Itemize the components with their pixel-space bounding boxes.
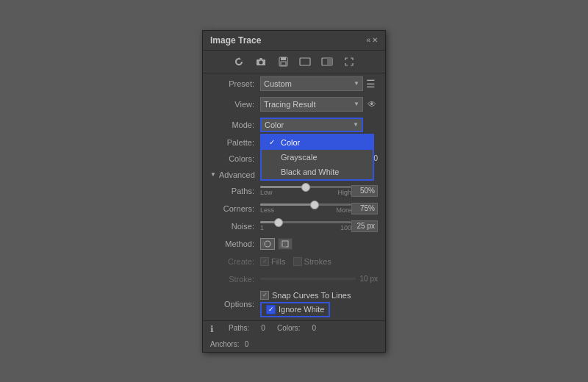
corners-row: Corners: Less More 75% [203,200,385,217]
mode-row: Mode: Color ▼ ✓ Color Grayscale Black an… [203,115,385,135]
preset-row: Preset: Custom ▼ ☰ [203,73,385,94]
status-colors-label: Colors: [277,324,301,334]
mode-arrow-icon: ▼ [353,121,359,128]
toolbar [203,51,385,73]
save-icon[interactable] [275,55,291,68]
mode-option-color[interactable]: ✓ Color [262,135,373,150]
status-paths-value: 0 [261,324,265,334]
corners-slider-row [260,203,351,206]
create-label: Create: [210,257,254,266]
paths-slider-container: Low High [260,186,351,196]
paths-value: 50% [351,185,378,197]
noise-control: 1 100 25 px [260,220,378,232]
strokes-checkbox-item: Strokes [293,257,331,266]
ignore-white-checkbox[interactable]: ✓ [266,305,276,314]
method-row: Method: [203,235,385,253]
mode-option-bw[interactable]: Black and White [262,165,373,179]
options-checkboxes: ✓ Snap Curves To Lines ✓ Ignore White [260,291,378,317]
view-select[interactable]: Tracing Result ▼ [260,97,363,112]
status-bar: ℹ Paths: 0 Colors: 0 [203,320,385,337]
panel-controls: « ✕ [366,36,378,44]
svg-rect-6 [300,58,310,65]
noise-thumb[interactable] [274,218,283,227]
paths-row: Paths: Low High 50% [203,182,385,200]
stroke-value: 10 px [260,275,378,283]
svg-point-2 [259,60,263,64]
ignore-white-label: Ignore White [279,305,324,314]
preset-select[interactable]: Custom ▼ [260,76,363,91]
palette-label: Palette: [210,138,254,147]
svg-marker-0 [239,57,241,60]
fills-label: Fills [271,257,286,266]
preset-menu-icon[interactable]: ☰ [366,78,376,90]
fills-checkbox: ✓ [260,257,269,266]
snap-curves-option[interactable]: ✓ Snap Curves To Lines [260,291,351,300]
paths-label: Paths: [210,187,254,195]
panel-header: Image Trace « ✕ [203,31,385,51]
status-paths-label: Paths: [229,324,249,334]
panel-title: Image Trace [210,35,261,46]
mode-select[interactable]: Color ▼ [260,118,363,132]
noise-slider-container: 1 100 [260,221,351,231]
anchors-row: Anchors: 0 [203,337,385,352]
eye-icon[interactable]: 👁 [368,99,376,109]
info-icon: ℹ [210,324,214,334]
snap-curves-checkbox[interactable]: ✓ [260,291,269,300]
camera-icon[interactable] [253,55,269,68]
view-row: View: Tracing Result ▼ 👁 [203,94,385,115]
view1-icon[interactable] [297,55,313,68]
colors-label: Colors: [210,154,254,163]
close-button[interactable]: ✕ [372,36,378,44]
paths-slider[interactable] [260,186,351,188]
noise-slider-labels: 1 100 [260,224,351,231]
corners-slider-container: Less More [260,203,351,214]
mode-dropdown-menu: ✓ Color Grayscale Black and White [260,134,374,181]
snap-curves-label: Snap Curves To Lines [272,291,351,300]
svg-rect-12 [281,242,285,247]
mode-option-grayscale[interactable]: Grayscale [262,150,373,165]
options-label: Options: [210,300,254,309]
mode-dropdown-container: Color ▼ ✓ Color Grayscale Black and Whit… [260,118,378,132]
view2-icon[interactable] [319,55,335,68]
svg-rect-8 [327,58,332,65]
corners-slider[interactable] [260,203,351,206]
options-row: Options: ✓ Snap Curves To Lines ✓ Ignore… [203,288,385,320]
anchors-value: 0 [245,340,249,348]
corners-value: 75% [351,203,378,215]
fills-checkbox-item: ✓ Fills [260,257,286,266]
strokes-checkbox [293,257,302,266]
mode-label: Mode: [210,120,254,129]
advanced-label: Advanced [219,170,255,179]
svg-rect-4 [281,57,286,60]
method-icon-1[interactable] [260,238,275,250]
create-checkboxes: ✓ Fills Strokes [260,257,378,266]
svg-rect-5 [281,62,286,65]
check-icon: ✓ [269,138,278,146]
preset-value: Custom ▼ ☰ [260,76,378,91]
collapse-button[interactable]: « [366,36,370,44]
paths-thumb[interactable] [301,183,310,192]
corners-track [260,203,315,206]
preset-label: Preset: [210,79,254,88]
paths-control: Low High 50% [260,185,378,197]
stroke-row: Stroke: 10 px [203,270,385,288]
ignore-white-option[interactable]: ✓ Ignore White [260,302,330,317]
corners-control: Less More 75% [260,203,378,215]
corners-thumb[interactable] [310,201,319,209]
noise-slider-row [260,221,351,223]
expand-icon[interactable] [341,55,357,68]
status-colors-value: 0 [312,324,317,334]
method-icon-2[interactable] [278,238,293,250]
options-section: ✓ Snap Curves To Lines ✓ Ignore White [260,291,351,317]
corners-label: Corners: [210,204,254,213]
paths-slider-row [260,186,351,188]
create-row: Create: ✓ Fills Strokes [203,253,385,270]
method-icons [260,238,378,250]
corners-slider-labels: Less More [260,206,351,214]
noise-slider[interactable] [260,221,351,223]
stroke-label: Stroke: [210,275,254,284]
reset-icon[interactable] [231,55,247,68]
collapse-triangle-icon[interactable]: ▼ [210,171,216,178]
view-label: View: [210,100,254,109]
paths-track [260,186,306,188]
